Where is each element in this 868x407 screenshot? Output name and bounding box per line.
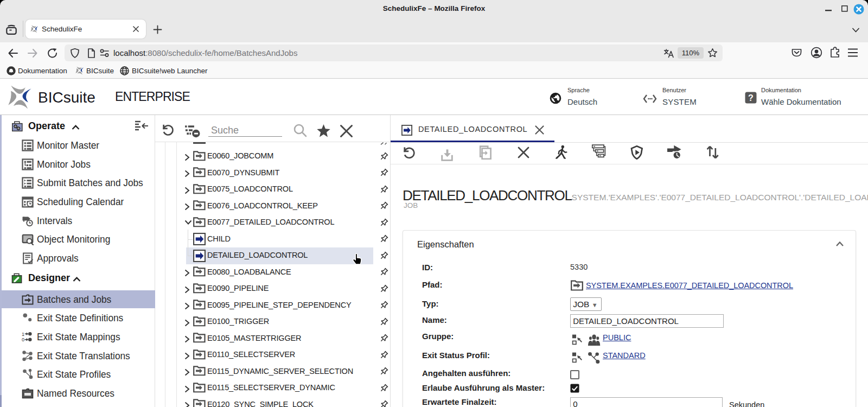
svg-text:?: ? (748, 93, 754, 103)
